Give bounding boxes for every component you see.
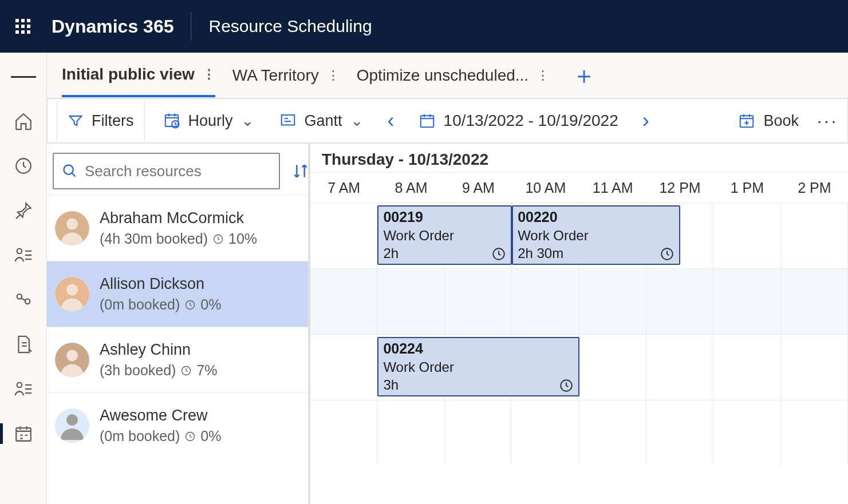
view-label: Gantt — [305, 112, 342, 130]
tab-menu-icon[interactable]: ⋮ — [537, 68, 549, 83]
timescale-label: Hourly — [188, 112, 233, 130]
booking-id: 00224 — [383, 340, 573, 357]
resource-utilization: 0% — [200, 428, 221, 445]
svg-point-13 — [66, 219, 78, 230]
tab-menu-icon[interactable]: ⋮ — [327, 68, 340, 83]
recent-icon[interactable] — [11, 153, 36, 178]
timeline-row[interactable] — [310, 268, 848, 334]
resource-name: Abraham McCormick — [100, 209, 257, 227]
hours-row: 7 AM8 AM9 AM10 AM11 AM12 PM1 PM2 PM — [310, 173, 848, 203]
booking-duration: 2h 30m — [518, 245, 563, 261]
timeline: Thursday - 10/13/2022 7 AM8 AM9 AM10 AM1… — [310, 144, 848, 504]
tab-label: Initial public view — [62, 65, 195, 84]
hour-label: 10 AM — [512, 180, 579, 196]
clock-icon — [660, 247, 675, 261]
sort-icon — [291, 162, 310, 180]
schedule-board-icon[interactable] — [11, 421, 36, 446]
resource-booked: (0m booked) — [100, 296, 180, 313]
pin-icon[interactable] — [11, 198, 36, 223]
search-resources-input[interactable] — [53, 153, 280, 189]
booking-id: 00220 — [518, 209, 674, 225]
clock-icon — [184, 431, 196, 442]
timeline-row[interactable]: 00224Work Order3h — [310, 334, 848, 400]
search-icon — [62, 163, 78, 179]
avatar — [55, 408, 89, 443]
hour-label: 7 AM — [310, 180, 377, 196]
tab-wa-territory[interactable]: WA Territory ⋮ — [232, 55, 340, 96]
svg-point-16 — [66, 284, 78, 296]
tab-initial-public-view[interactable]: Initial public view ⋮ — [62, 54, 215, 97]
tab-optimize-unscheduled[interactable]: Optimize unscheduled... ⋮ — [357, 55, 549, 96]
hour-label: 11 AM — [579, 180, 646, 196]
document-icon[interactable] — [11, 332, 36, 357]
next-date-button[interactable]: › — [637, 109, 655, 133]
resource-utilization: 0% — [200, 296, 221, 313]
view-dropdown[interactable]: Gantt ⌄ — [273, 108, 370, 133]
timescale-dropdown[interactable]: Hourly ⌄ — [156, 108, 261, 133]
chevron-down-icon: ⌄ — [350, 112, 364, 130]
date-range-label: 10/13/2022 - 10/19/2022 — [444, 112, 618, 130]
svg-point-21 — [66, 414, 78, 426]
people-list-2-icon[interactable] — [11, 376, 36, 402]
resource-name: Awesome Crew — [100, 407, 222, 424]
clock-icon — [491, 247, 506, 261]
hour-label: 1 PM — [713, 180, 780, 196]
hour-label: 8 AM — [377, 180, 444, 196]
svg-point-1 — [17, 249, 22, 254]
booking-block[interactable]: 00219Work Order2h — [377, 205, 512, 265]
avatar — [55, 211, 89, 245]
resource-info: Abraham McCormick(4h 30m booked)10% — [100, 209, 257, 247]
resource-row[interactable]: Abraham McCormick(4h 30m booked)10% — [47, 195, 308, 261]
resource-utilization: 10% — [228, 231, 257, 247]
app-launcher-icon[interactable] — [11, 15, 34, 37]
svg-point-19 — [66, 350, 78, 362]
tab-label: WA Territory — [232, 66, 319, 85]
tab-menu-icon[interactable]: ⋮ — [203, 67, 215, 82]
booking-block[interactable]: 00220Work Order2h 30m — [512, 205, 680, 265]
booking-block[interactable]: 00224Work Order3h — [377, 337, 579, 396]
sort-button[interactable] — [291, 162, 310, 180]
resource-meta: (4h 30m booked)10% — [100, 231, 257, 247]
timeline-row[interactable] — [310, 400, 848, 466]
people-list-icon[interactable] — [11, 243, 36, 268]
tab-label: Optimize unscheduled... — [357, 66, 528, 85]
prev-date-button[interactable]: ‹ — [382, 109, 400, 133]
booking-type: Work Order — [518, 228, 674, 244]
clock-icon — [180, 365, 192, 376]
svg-point-11 — [64, 165, 73, 174]
book-button[interactable]: Book — [731, 109, 806, 133]
clock-icon — [559, 378, 574, 393]
resource-row[interactable]: Allison Dickson(0m booked)0% — [47, 261, 308, 327]
home-icon[interactable] — [11, 109, 36, 134]
resource-utilization: 7% — [196, 362, 217, 379]
day-header: Thursday - 10/13/2022 — [310, 144, 848, 173]
add-tab-button[interactable]: ＋ — [566, 59, 602, 92]
date-range-picker[interactable]: 10/13/2022 - 10/19/2022 — [412, 108, 625, 133]
menu-toggle-icon[interactable] — [11, 64, 36, 89]
book-label: Book — [763, 112, 799, 130]
module-title: Resource Scheduling — [208, 17, 372, 36]
clock-icon — [184, 299, 196, 311]
resource-column: Abraham McCormick(4h 30m booked)10%Allis… — [47, 144, 310, 504]
resource-booked: (3h booked) — [100, 362, 176, 379]
search-input-field[interactable] — [85, 162, 271, 180]
booking-duration: 2h — [383, 245, 399, 261]
resource-row[interactable]: Ashley Chinn(3h booked)7% — [47, 327, 308, 392]
svg-rect-9 — [420, 116, 433, 127]
resource-row[interactable]: Awesome Crew(0m booked)0% — [47, 392, 308, 458]
resource-info: Ashley Chinn(3h booked)7% — [100, 341, 218, 379]
resource-info: Awesome Crew(0m booked)0% — [100, 407, 222, 445]
resource-meta: (0m booked)0% — [100, 428, 222, 445]
more-actions-button[interactable]: ··· — [817, 111, 838, 130]
resource-booked: (4h 30m booked) — [100, 231, 208, 247]
avatar — [55, 343, 89, 377]
filters-button[interactable]: Filters — [57, 101, 145, 141]
booking-type: Work Order — [383, 359, 573, 375]
timeline-row[interactable]: 00219Work Order2h00220Work Order2h 30m — [310, 203, 848, 268]
resource-meta: (0m booked)0% — [100, 296, 222, 313]
resource-meta: (3h booked)7% — [100, 362, 218, 379]
people-connect-icon[interactable] — [11, 287, 36, 312]
svg-rect-5 — [16, 428, 31, 441]
resource-info: Allison Dickson(0m booked)0% — [100, 275, 222, 313]
resource-name: Ashley Chinn — [100, 341, 218, 359]
